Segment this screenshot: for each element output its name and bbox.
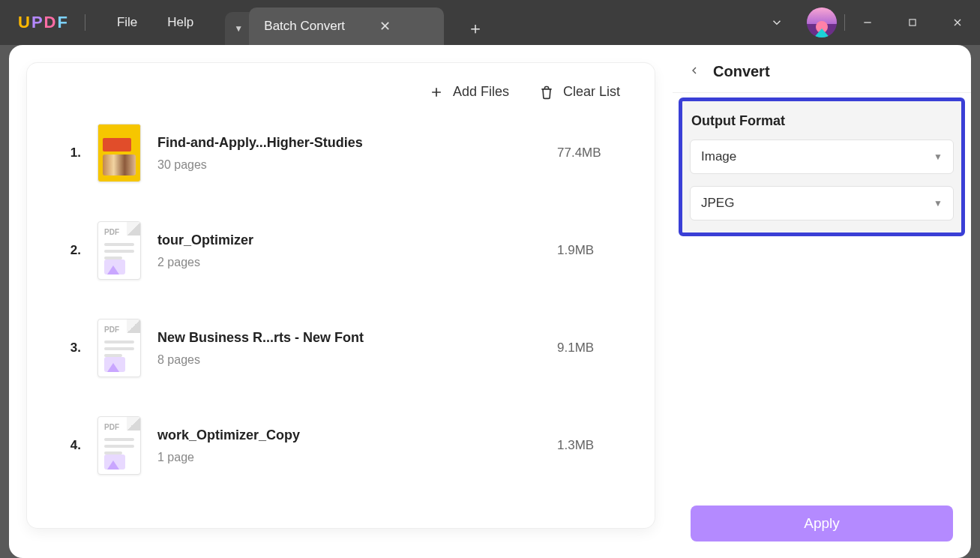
titlebar: UPDF File Help ▼ Batch Convert ✕ ＋ [0, 0, 980, 45]
row-number: 4. [63, 438, 81, 453]
caret-down-icon: ▼ [934, 152, 943, 162]
maximize-icon [907, 17, 918, 28]
add-files-label: Add Files [453, 84, 509, 100]
row-number: 1. [63, 146, 81, 160]
close-window-button[interactable] [935, 0, 980, 45]
file-thumbnail: PDF [97, 416, 141, 475]
svg-rect-0 [910, 20, 916, 26]
file-row[interactable]: 1. Find-and-Apply...Higher-Studies 30 pa… [63, 124, 625, 182]
close-icon[interactable]: ✕ [379, 18, 391, 34]
plus-icon [429, 85, 444, 100]
close-icon [952, 16, 964, 28]
select-value: Image [701, 149, 736, 164]
new-tab-button[interactable]: ＋ [459, 12, 492, 45]
file-name: New Business R...rts - New Font [157, 330, 364, 346]
tab-strip: ▼ Batch Convert ✕ ＋ [225, 0, 492, 45]
clear-list-button[interactable]: Clear List [539, 84, 620, 100]
workspace: Add Files Clear List 1. Find-and-Apply..… [0, 45, 980, 558]
file-pages: 2 pages [157, 256, 253, 269]
tab-batch-convert[interactable]: Batch Convert ✕ [249, 8, 444, 45]
dropdown-button[interactable] [754, 0, 799, 45]
menu-file[interactable]: File [102, 15, 152, 30]
file-thumbnail [97, 124, 141, 182]
apply-button[interactable]: Apply [691, 506, 953, 542]
output-format-section: Output Format Image ▼ JPEG ▼ [679, 98, 965, 236]
minimize-icon [862, 16, 874, 28]
file-toolbar: Add Files Clear List [57, 74, 625, 115]
file-size: 9.1MB [557, 340, 625, 356]
select-value: JPEG [701, 196, 734, 211]
format-ext-select[interactable]: JPEG ▼ [690, 186, 954, 220]
file-row[interactable]: 2. PDF tour_Optimizer 2 pages 1.9MB [63, 221, 625, 280]
file-name: Find-and-Apply...Higher-Studies [157, 135, 363, 151]
maximize-button[interactable] [890, 0, 935, 45]
file-thumbnail: PDF [97, 319, 141, 377]
chevron-left-icon [688, 64, 700, 76]
file-size: 1.9MB [557, 243, 625, 258]
back-button[interactable] [686, 64, 703, 80]
minimize-button[interactable] [845, 0, 890, 45]
convert-panel: Convert Output Format Image ▼ JPEG ▼ App… [673, 45, 971, 558]
output-format-label: Output Format [691, 113, 952, 129]
file-name: work_Optimizer_Copy [157, 428, 300, 443]
format-type-select[interactable]: Image ▼ [690, 140, 954, 174]
row-number: 2. [63, 243, 81, 258]
panel-header: Convert [673, 45, 971, 93]
panel-title: Convert [713, 63, 770, 80]
file-pages: 30 pages [157, 158, 363, 172]
row-number: 3. [63, 340, 81, 356]
file-name: tour_Optimizer [157, 232, 253, 248]
chevron-down-icon [770, 16, 784, 29]
file-thumbnail: PDF [97, 221, 141, 280]
trash-icon [539, 85, 554, 100]
tab-title: Batch Convert [264, 19, 345, 34]
file-row[interactable]: 4. PDF work_Optimizer_Copy 1 page 1.3MB [63, 416, 625, 475]
user-avatar[interactable] [799, 0, 844, 45]
file-pages: 8 pages [157, 353, 364, 367]
file-list: 1. Find-and-Apply...Higher-Studies 30 pa… [57, 115, 625, 475]
clear-list-label: Clear List [563, 84, 620, 100]
file-size: 1.3MB [557, 438, 625, 453]
divider [85, 14, 85, 31]
menu-help[interactable]: Help [152, 15, 208, 30]
file-row[interactable]: 3. PDF New Business R...rts - New Font 8… [63, 319, 625, 377]
file-pages: 1 page [157, 451, 300, 464]
file-card: Add Files Clear List 1. Find-and-Apply..… [27, 63, 655, 528]
file-size: 77.4MB [557, 146, 625, 160]
add-files-button[interactable]: Add Files [429, 84, 509, 100]
avatar-icon [807, 8, 837, 38]
caret-down-icon: ▼ [234, 23, 243, 34]
file-list-panel: Add Files Clear List 1. Find-and-Apply..… [9, 45, 673, 558]
app-logo: UPDF [18, 13, 68, 32]
tab-list-dropdown[interactable]: ▼ [225, 12, 252, 45]
window-controls [754, 0, 980, 45]
caret-down-icon: ▼ [934, 198, 943, 208]
